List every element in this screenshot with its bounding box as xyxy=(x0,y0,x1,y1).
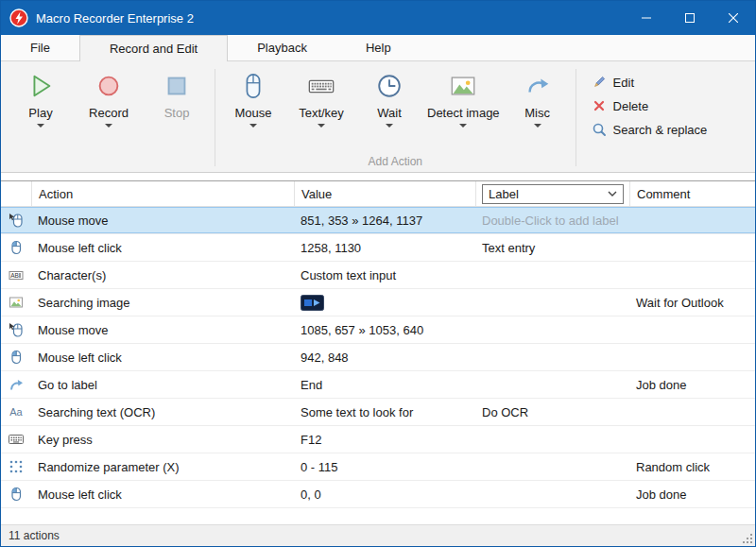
edit-button[interactable]: Edit xyxy=(592,75,708,90)
delete-label: Delete xyxy=(613,99,649,113)
table-row[interactable]: Randomize parameter (X) 0 - 115 Random c… xyxy=(1,453,755,481)
play-button[interactable]: Play xyxy=(7,63,75,153)
table-row[interactable]: Go to label End Job done xyxy=(1,371,755,399)
text-key-button[interactable]: Text/key xyxy=(287,63,355,153)
row-action-icon xyxy=(1,487,31,502)
comment-column-header[interactable]: Comment xyxy=(629,181,755,206)
maximize-button[interactable] xyxy=(668,1,712,35)
label-column-header: Label xyxy=(475,181,629,206)
action-table-body: Mouse move 851, 353 » 1264, 1137 Double-… xyxy=(1,207,755,524)
record-button[interactable]: Record xyxy=(75,63,143,153)
table-row[interactable]: Mouse left click 942, 848 xyxy=(1,344,755,371)
wait-button[interactable]: Wait xyxy=(355,63,423,153)
action-table: Action Value Label Comment Mouse move 85… xyxy=(1,180,755,524)
row-action-icon: Aa xyxy=(1,404,31,419)
close-button[interactable] xyxy=(712,1,755,35)
resize-grip-icon[interactable] xyxy=(741,532,753,544)
table-row[interactable]: Mouse move 851, 353 » 1264, 1137 Double-… xyxy=(1,207,755,234)
stop-icon xyxy=(162,71,192,101)
row-action-icon xyxy=(1,350,31,365)
row-action-icon: AB xyxy=(1,267,31,282)
action-column-header[interactable]: Action xyxy=(31,181,294,206)
status-bar: 11 actions xyxy=(1,524,755,546)
action-cell: Mouse move xyxy=(31,323,294,337)
status-text: 11 actions xyxy=(9,529,60,542)
comment-cell: Job done xyxy=(629,378,755,392)
search-replace-label: Search & replace xyxy=(613,123,708,137)
minimize-button[interactable] xyxy=(625,1,668,35)
label-cell[interactable]: Text entry xyxy=(475,241,629,255)
delete-button[interactable]: Delete xyxy=(592,98,708,113)
row-action-icon xyxy=(1,295,31,310)
action-cell: Randomize parameter (X) xyxy=(31,460,294,474)
ribbon: Play Record Stop xyxy=(1,61,755,173)
record-icon xyxy=(94,71,124,101)
table-row[interactable]: Key press F12 xyxy=(1,426,755,453)
ribbon-tab-bar: File Record and Edit Playback Help xyxy=(1,35,755,61)
value-cell xyxy=(294,295,475,311)
row-action-icon xyxy=(1,240,31,255)
image-icon xyxy=(448,71,478,101)
play-label: Play xyxy=(28,106,52,120)
label-cell[interactable]: Do OCR xyxy=(475,405,629,419)
misc-dropdown-arrow-icon[interactable] xyxy=(534,124,541,128)
mouse-dropdown-arrow-icon[interactable] xyxy=(249,124,257,128)
row-action-icon xyxy=(1,377,31,392)
mouse-button[interactable]: Mouse xyxy=(219,63,287,153)
record-dropdown-arrow-icon[interactable] xyxy=(105,124,112,128)
window-title: Macro Recorder Enterprise 2 xyxy=(36,11,194,26)
label-filter-combobox[interactable]: Label xyxy=(482,184,624,204)
text-key-dropdown-arrow-icon[interactable] xyxy=(318,124,325,128)
row-action-icon xyxy=(1,213,31,228)
action-cell: Searching text (OCR) xyxy=(31,405,294,419)
table-row[interactable]: Aa Searching text (OCR) Some text to loo… xyxy=(1,399,755,426)
action-cell: Character(s) xyxy=(31,268,294,282)
add-action-group-label: Add Action xyxy=(219,153,572,172)
action-cell: Mouse left click xyxy=(31,350,294,365)
value-cell: 0, 0 xyxy=(294,487,475,502)
table-row[interactable]: Mouse left click 1258, 1130 Text entry xyxy=(1,234,755,262)
value-cell: 851, 353 » 1264, 1137 xyxy=(294,214,475,228)
detect-image-button[interactable]: Detect image xyxy=(423,63,504,153)
search-replace-button[interactable]: Search & replace xyxy=(592,122,708,137)
comment-cell: Random click xyxy=(629,460,755,474)
edit-tools-group: Edit Delete Search & replace xyxy=(580,63,712,172)
table-row[interactable]: AB Character(s) Custom text input xyxy=(1,262,755,289)
value-cell: F12 xyxy=(294,433,475,447)
search-icon xyxy=(592,122,607,137)
action-cell: Searching image xyxy=(31,296,294,310)
tab-playback[interactable]: Playback xyxy=(228,35,336,60)
table-row[interactable]: Mouse move 1085, 657 » 1053, 640 xyxy=(1,316,755,344)
add-action-group: Mouse Text/key Wait Detect image xyxy=(219,63,572,172)
value-cell: 0 - 115 xyxy=(294,460,475,474)
table-row[interactable]: Mouse left click 0, 0 Job done xyxy=(1,481,755,508)
table-row[interactable]: Searching image Wait for Outlook xyxy=(1,289,755,316)
tab-record-and-edit[interactable]: Record and Edit xyxy=(79,35,228,61)
action-cell: Go to label xyxy=(31,378,294,392)
label-cell[interactable]: Double-Click to add label xyxy=(475,214,629,228)
value-column-header[interactable]: Value xyxy=(294,181,475,206)
clock-icon xyxy=(374,71,404,101)
wait-dropdown-arrow-icon[interactable] xyxy=(386,124,393,128)
misc-label: Misc xyxy=(524,106,550,120)
detect-image-dropdown-arrow-icon[interactable] xyxy=(459,124,467,128)
ribbon-separator xyxy=(215,69,215,166)
action-cell: Mouse left click xyxy=(31,241,294,255)
tab-file[interactable]: File xyxy=(1,35,79,60)
action-cell: Key press xyxy=(31,433,294,447)
play-icon xyxy=(26,71,56,101)
row-action-icon xyxy=(1,322,31,337)
stop-button: Stop xyxy=(143,63,211,153)
label-combobox-value: Label xyxy=(489,187,519,201)
svg-text:AB: AB xyxy=(10,272,19,279)
play-dropdown-arrow-icon[interactable] xyxy=(37,124,44,128)
icon-column-header[interactable] xyxy=(1,181,31,206)
value-cell: Custom text input xyxy=(294,268,475,282)
value-cell: 1258, 1130 xyxy=(294,241,475,255)
delete-x-icon xyxy=(592,98,607,113)
table-header: Action Value Label Comment xyxy=(1,181,755,207)
tab-help[interactable]: Help xyxy=(336,35,421,60)
misc-button[interactable]: Misc xyxy=(504,63,572,153)
wait-label: Wait xyxy=(377,106,402,120)
ribbon-table-gap xyxy=(1,173,755,180)
